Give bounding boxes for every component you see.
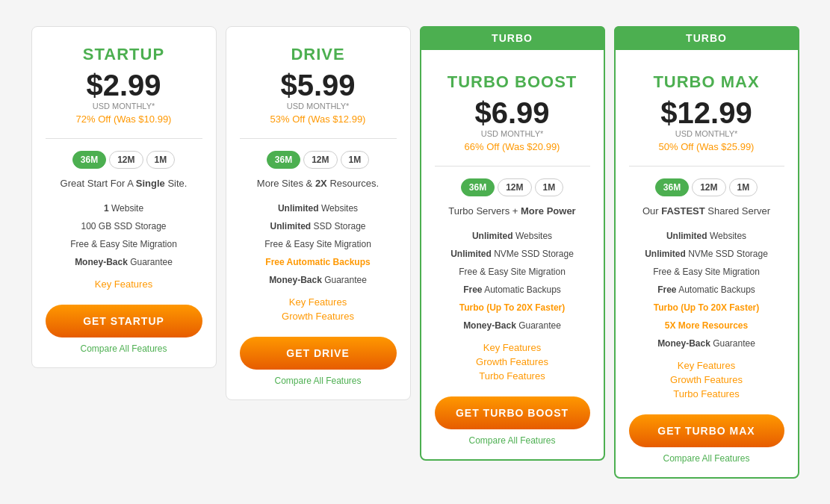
features-list: Unlimited WebsitesUnlimited SSD StorageF…: [240, 199, 397, 289]
feature-item: Unlimited NVMe SSD Storage: [629, 245, 784, 263]
feature-item: Free Automatic Backups: [629, 281, 784, 299]
feature-item: Money-Back Guarantee: [46, 253, 202, 271]
feature-item: Free & Easy Site Migration: [46, 235, 202, 253]
plan-card-drive: DRIVE$5.99USD MONTHLY*53% Off (Was $12.9…: [226, 26, 411, 400]
term-btn-12m[interactable]: 12M: [303, 151, 337, 169]
term-btn-12m[interactable]: 12M: [109, 151, 143, 169]
extra-link[interactable]: Turbo Features: [673, 388, 739, 399]
compare-link[interactable]: Compare All Features: [80, 343, 167, 354]
plan-card-turbo-boost: TURBOTURBO BOOST$6.99USD MONTHLY*66% Off…: [420, 26, 605, 461]
divider: [46, 138, 202, 139]
plan-tagline: Great Start For A Single Site.: [61, 178, 188, 189]
cta-button[interactable]: GET STARTUP: [46, 305, 202, 337]
term-btn-12m[interactable]: 12M: [692, 178, 725, 196]
extra-link[interactable]: Growth Features: [476, 356, 548, 367]
extra-links: Key FeaturesGrowth FeaturesTurbo Feature…: [670, 360, 743, 399]
feature-item: Unlimited NVMe SSD Storage: [435, 245, 590, 263]
plan-name: DRIVE: [291, 45, 344, 64]
features-list: 1 Website100 GB SSD StorageFree & Easy S…: [46, 199, 202, 271]
term-btn-36m[interactable]: 36M: [72, 151, 106, 169]
term-selector[interactable]: 36M12M1M: [655, 178, 758, 196]
extra-link[interactable]: Key Features: [483, 342, 541, 353]
feature-item: Free & Easy Site Migration: [435, 263, 590, 281]
term-selector[interactable]: 36M12M1M: [461, 178, 563, 196]
extra-link[interactable]: Turbo Features: [479, 370, 545, 382]
extra-links: Key FeaturesGrowth Features: [282, 296, 354, 322]
extra-links: Key FeaturesGrowth FeaturesTurbo Feature…: [476, 342, 548, 382]
feature-item: Unlimited Websites: [435, 227, 590, 245]
plan-price: $6.99: [474, 96, 549, 129]
pricing-container: STARTUP$2.99USD MONTHLY*72% Off (Was $10…: [31, 26, 799, 479]
term-btn-36m[interactable]: 36M: [655, 178, 689, 196]
feature-item: Free & Easy Site Migration: [629, 263, 784, 281]
term-btn-36m[interactable]: 36M: [267, 151, 300, 169]
plan-price-period: USD MONTHLY*: [287, 102, 350, 111]
feature-item: Unlimited Websites: [629, 227, 784, 245]
plan-name: TURBO MAX: [653, 72, 759, 92]
feature-item: Turbo (Up To 20X Faster): [435, 299, 590, 317]
feature-item: 1 Website: [46, 199, 202, 217]
compare-link[interactable]: Compare All Features: [468, 435, 555, 446]
extra-link[interactable]: Key Features: [678, 360, 735, 371]
term-btn-1m[interactable]: 1M: [535, 178, 564, 196]
turbo-badge: TURBO: [614, 26, 799, 50]
feature-item: Money-Back Guarantee: [435, 317, 590, 335]
plan-discount: 50% Off (Was $25.99): [659, 141, 755, 152]
plan-tagline: More Sites & 2X Resources.: [257, 178, 379, 189]
term-btn-1m[interactable]: 1M: [146, 151, 176, 169]
feature-item: Turbo (Up To 20X Faster): [629, 299, 784, 317]
plan-card-startup: STARTUP$2.99USD MONTHLY*72% Off (Was $10…: [31, 26, 217, 368]
term-btn-1m[interactable]: 1M: [729, 178, 758, 196]
feature-item: Money-Back Guarantee: [240, 271, 397, 289]
term-btn-12m[interactable]: 12M: [498, 178, 531, 196]
plan-name: STARTUP: [83, 45, 164, 64]
features-list: Unlimited WebsitesUnlimited NVMe SSD Sto…: [629, 227, 784, 352]
feature-item: Free Automatic Backups: [240, 253, 397, 271]
features-list: Unlimited WebsitesUnlimited NVMe SSD Sto…: [435, 227, 590, 335]
compare-link[interactable]: Compare All Features: [274, 376, 361, 386]
plan-discount: 53% Off (Was $12.99): [270, 113, 366, 125]
extra-link[interactable]: Key Features: [289, 296, 347, 308]
plan-price-period: USD MONTHLY*: [481, 129, 544, 138]
plan-price-period: USD MONTHLY*: [93, 102, 155, 111]
plan-price: $5.99: [280, 69, 355, 102]
feature-item: 5X More Resources: [629, 317, 784, 335]
feature-item: Free Automatic Backups: [435, 281, 590, 299]
plan-card-turbo-max: TURBOTURBO MAX$12.99USD MONTHLY*50% Off …: [614, 26, 799, 479]
extra-link[interactable]: Growth Features: [282, 311, 354, 322]
feature-item: Free & Easy Site Migration: [240, 235, 397, 253]
term-selector[interactable]: 36M12M1M: [267, 151, 369, 169]
divider: [240, 138, 397, 139]
extra-link[interactable]: Growth Features: [670, 374, 743, 385]
plan-price-period: USD MONTHLY*: [675, 129, 738, 138]
turbo-badge: TURBO: [420, 26, 605, 50]
plan-tagline: Turbo Servers + More Power: [448, 205, 575, 217]
compare-link[interactable]: Compare All Features: [663, 453, 749, 464]
cta-button[interactable]: GET TURBO MAX: [629, 414, 784, 447]
feature-item: 100 GB SSD Storage: [46, 217, 202, 235]
plan-discount: 72% Off (Was $10.99): [76, 113, 172, 125]
extra-link[interactable]: Key Features: [95, 279, 152, 290]
extra-links: Key Features: [95, 279, 152, 290]
term-btn-36m[interactable]: 36M: [461, 178, 495, 196]
plan-tagline: Our FASTEST Shared Server: [642, 205, 770, 217]
divider: [629, 166, 784, 167]
plan-name: TURBO BOOST: [447, 72, 577, 92]
plan-price: $12.99: [660, 96, 752, 129]
feature-item: Money-Back Guarantee: [629, 335, 784, 352]
plan-price: $2.99: [86, 69, 161, 102]
divider: [435, 166, 590, 167]
plan-discount: 66% Off (Was $20.99): [465, 141, 560, 152]
term-btn-1m[interactable]: 1M: [341, 151, 370, 169]
feature-item: Unlimited Websites: [240, 199, 397, 217]
feature-item: Unlimited SSD Storage: [240, 217, 397, 235]
cta-button[interactable]: GET TURBO BOOST: [435, 396, 590, 429]
term-selector[interactable]: 36M12M1M: [72, 151, 175, 169]
cta-button[interactable]: GET DRIVE: [240, 337, 397, 370]
